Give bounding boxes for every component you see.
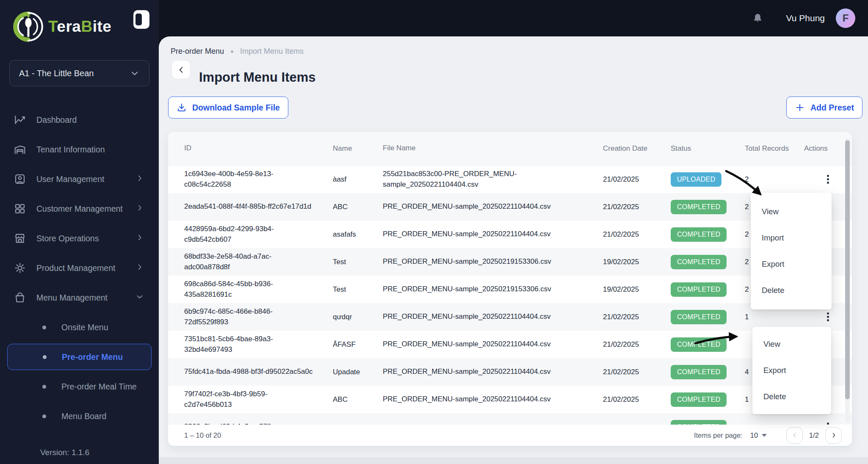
plus-icon — [795, 102, 805, 113]
submenu-item-pre-order-meal-time[interactable]: Pre-order Meal Time — [0, 372, 159, 401]
avatar-letter: F — [843, 12, 849, 24]
cell-status: COMPLETED — [669, 392, 743, 407]
cell-name: ABC — [331, 395, 381, 404]
sidebar-item-label: Customer Management — [36, 204, 123, 214]
back-button[interactable] — [171, 60, 191, 79]
submenu-item-label: Menu Board — [61, 412, 106, 421]
pagination-next-button[interactable] — [825, 427, 842, 444]
cell-creation-date: 19/02/2025 — [601, 285, 669, 294]
sidebar-collapse-toggle[interactable] — [133, 10, 149, 29]
cell-name: ÂFASF — [331, 340, 381, 349]
store-selector-value: A1 - The Little Bean — [19, 69, 94, 78]
breadcrumb: Pre-order Menu Import Menu Items — [171, 47, 304, 56]
items-per-page-select[interactable]: 10 — [750, 431, 767, 439]
cell-name: Test — [331, 258, 381, 266]
bullet-dot-icon — [42, 414, 46, 418]
notifications-bell-icon[interactable] — [752, 12, 763, 25]
sidebar-item-product-management[interactable]: Product Management — [0, 253, 159, 283]
row-actions-menu-2: ViewExportDelete — [752, 327, 831, 414]
submenu-item-label: Pre-order Menu — [62, 352, 123, 362]
table-header-row: IDNameFile NameCreation DateStatusTotal … — [168, 132, 852, 166]
cell-status: UPLOADED — [669, 172, 743, 187]
cell-file-name: PRE_ORDER_MENU-sample_20250219153306.csv — [381, 257, 601, 267]
sidebar-item-tenant-information[interactable]: Tenant Information — [0, 135, 159, 164]
sidebar-item-dashboard[interactable]: Dashboard — [0, 105, 159, 135]
actions-menu-item-delete[interactable]: Delete — [751, 277, 832, 304]
row-actions-kebab-icon[interactable] — [823, 312, 834, 323]
submenu-item-label: Onsite Menu — [61, 323, 108, 332]
gear-icon — [14, 262, 26, 274]
actions-menu-item-export[interactable]: Export — [751, 251, 832, 277]
user-name[interactable]: Vu Phung — [786, 13, 825, 23]
sidebar-item-menu-management[interactable]: Menu Management — [0, 283, 159, 312]
row-actions-kebab-icon[interactable] — [823, 422, 834, 425]
cell-file-name: PRE_ORDER_MENU-sample_20250221104404.csv — [381, 202, 601, 212]
sidebar-item-store-operations[interactable]: Store Operations — [0, 224, 159, 253]
caret-down-icon — [762, 434, 767, 437]
actions-menu-item-view[interactable]: View — [751, 199, 832, 225]
chevron-down-icon — [130, 68, 140, 78]
breadcrumb-pre-order-menu[interactable]: Pre-order Menu — [171, 47, 224, 56]
table-footer: 1 – 10 of 20 Items per page: 10 1/2 — [168, 425, 852, 446]
add-preset-button-label: Add Preset — [810, 103, 854, 113]
brand-row: TeraBite — [0, 0, 159, 44]
cell-creation-date: 21/02/2025 — [601, 313, 669, 321]
actions-menu-item-export[interactable]: Export — [752, 357, 831, 384]
actions-menu-item-delete[interactable]: Delete — [752, 384, 831, 410]
submenu-item-pre-order-menu[interactable]: Pre-order Menu — [7, 344, 152, 370]
breadcrumb-import-menu-items: Import Menu Items — [240, 47, 304, 56]
table-scrollbar-thumb[interactable] — [845, 140, 850, 399]
actions-menu-item-view[interactable]: View — [752, 331, 831, 357]
cell-creation-date: 21/02/2025 — [601, 340, 669, 349]
actions-menu-item-import[interactable]: Import — [751, 225, 832, 251]
pagination-prev-button[interactable] — [786, 427, 803, 444]
menu-management-submenu: Onsite MenuPre-order MenuPre-order Meal … — [0, 312, 159, 431]
cell-file-name: PRE_ORDER_MENU-sample_20250219153306.csv — [381, 284, 601, 295]
sidebar-item-customer-management[interactable]: Customer Management — [0, 194, 159, 224]
sidebar-item-user-management[interactable]: User Management — [0, 164, 159, 194]
cell-creation-date: 21/02/2025 — [601, 175, 669, 184]
table-row: 1c6943ee-400b-4e59-8e13-c08c54c22658àasf… — [168, 166, 852, 193]
chevron-right-icon — [135, 233, 144, 244]
cell-name: qưdqr — [331, 313, 381, 321]
chevron-right-icon — [135, 262, 144, 274]
status-badge: COMPLETED — [671, 200, 727, 214]
user-avatar[interactable]: F — [836, 8, 855, 28]
cell-status: COMPLETED — [669, 420, 743, 425]
download-sample-file-button[interactable]: Download Sample File — [168, 97, 288, 119]
cell-id: 2eada541-088f-4f4f-885b-ff2c67e17d1d — [168, 202, 331, 212]
brand-wordmark: TeraBite — [48, 18, 111, 36]
cell-id: 1c6943ee-400b-4e59-8e13-c08c54c22658 — [168, 169, 331, 190]
grid-icon — [14, 202, 26, 215]
cell-actions — [802, 312, 852, 323]
status-badge: COMPLETED — [671, 420, 727, 425]
sidebar-item-label: User Management — [36, 174, 104, 184]
bag-icon — [14, 291, 26, 304]
chevron-left-icon — [791, 431, 799, 439]
row-actions-kebab-icon[interactable] — [823, 174, 834, 185]
column-header-file-name: File Name — [381, 143, 601, 154]
chevron-down-icon — [135, 292, 144, 304]
panel-icon — [135, 14, 142, 25]
chevron-right-icon — [830, 431, 838, 439]
status-badge: COMPLETED — [671, 282, 727, 297]
bullet-dot-icon — [43, 355, 47, 359]
submenu-item-menu-board[interactable]: Menu Board — [0, 401, 159, 431]
row-actions-menu-1: ViewImportExportDelete — [751, 193, 832, 309]
cell-creation-date: 19/02/2025 — [601, 258, 669, 266]
status-badge: COMPLETED — [671, 337, 727, 352]
submenu-item-label: Pre-order Meal Time — [61, 382, 137, 392]
download-icon — [177, 102, 187, 113]
sidebar-item-label: Menu Management — [36, 293, 108, 303]
store-selector[interactable]: A1 - The Little Bean — [9, 60, 149, 86]
cell-status: COMPLETED — [669, 337, 743, 352]
pagination-range: 1 – 10 of 20 — [184, 431, 221, 439]
table-row: 6b9c974c-685c-466e-b846-72df5529f893qưdq… — [168, 303, 852, 331]
add-preset-button[interactable]: Add Preset — [786, 97, 862, 119]
submenu-item-onsite-menu[interactable]: Onsite Menu — [0, 312, 159, 342]
chevron-right-icon — [135, 203, 144, 215]
sidebar-item-label: Tenant Information — [36, 145, 105, 155]
cell-creation-date: 21/02/2025 — [601, 395, 669, 404]
status-badge: COMPLETED — [671, 365, 727, 379]
cell-creation-date: 21/02/2025 — [601, 368, 669, 376]
